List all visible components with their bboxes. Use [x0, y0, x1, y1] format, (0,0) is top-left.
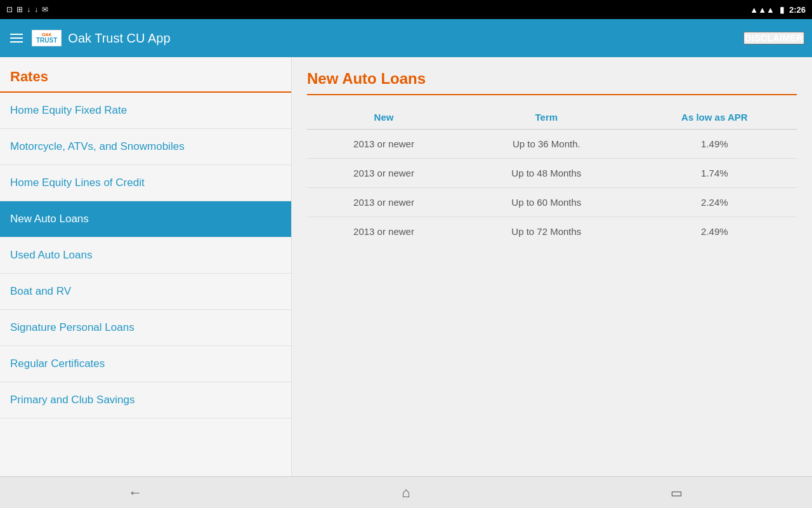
sidebar-item-home-equity-credit[interactable]: Home Equity Lines of Credit	[0, 165, 291, 201]
content-area: New Auto Loans New Term As low as APR 20…	[292, 57, 812, 476]
cell-apr-0: 1.49%	[632, 130, 797, 159]
app-bar: OAK TRUST Oak Trust CU App DISCLAIMER	[0, 19, 812, 57]
cell-term-3: Up to 72 Months	[461, 217, 632, 246]
hamburger-menu[interactable]	[8, 31, 25, 45]
hamburger-line2	[10, 37, 23, 39]
status-icons-right: ▲▲▲ ▮ 2:26	[750, 5, 806, 15]
sidebar-item-used-auto-loans[interactable]: Used Auto Loans	[0, 237, 291, 274]
cell-term-1: Up to 48 Months	[461, 159, 632, 188]
sidebar: Rates Home Equity Fixed Rate Motorcycle,…	[0, 57, 292, 476]
content-title: New Auto Loans	[307, 70, 797, 95]
col-header-term: Term	[461, 105, 632, 130]
cell-term-2: Up to 60 Months	[461, 188, 632, 217]
hamburger-line1	[10, 34, 23, 35]
cell-new-0: 2013 or newer	[307, 130, 461, 159]
cell-apr-2: 2.24%	[632, 188, 797, 217]
cell-new-3: 2013 or newer	[307, 217, 461, 246]
main-layout: Rates Home Equity Fixed Rate Motorcycle,…	[0, 57, 812, 476]
home-icon	[402, 485, 410, 501]
table-header-row: New Term As low as APR	[307, 105, 797, 130]
sidebar-section-title: Rates	[10, 69, 48, 84]
table-row: 2013 or newerUp to 48 Months1.74%	[307, 159, 797, 188]
image-icon: ⊞	[16, 5, 23, 14]
table-row: 2013 or newerUp to 36 Month.1.49%	[307, 130, 797, 159]
bottom-nav	[0, 476, 812, 508]
status-icons-left: ⊡ ⊞ ↓ ↓ ✉	[6, 5, 48, 14]
table-row: 2013 or newerUp to 72 Months2.49%	[307, 217, 797, 246]
back-icon	[128, 485, 142, 501]
app-logo: OAK TRUST	[32, 30, 62, 47]
app-title: Oak Trust CU App	[68, 31, 170, 46]
cell-new-1: 2013 or newer	[307, 159, 461, 188]
back-button[interactable]	[116, 481, 154, 504]
recents-icon	[671, 485, 683, 500]
col-header-apr: As low as APR	[632, 105, 797, 130]
screenshot-icon: ⊡	[6, 5, 13, 14]
download1-icon: ↓	[27, 5, 30, 14]
sidebar-item-primary-club-savings[interactable]: Primary and Club Savings	[0, 382, 291, 418]
cell-apr-3: 2.49%	[632, 217, 797, 246]
table-row: 2013 or newerUp to 60 Months2.24%	[307, 188, 797, 217]
home-button[interactable]	[387, 481, 425, 504]
sidebar-item-signature-personal[interactable]: Signature Personal Loans	[0, 310, 291, 346]
wifi-icon: ▲▲▲	[750, 5, 775, 15]
battery-icon: ▮	[780, 5, 784, 15]
clock: 2:26	[789, 5, 806, 15]
sidebar-header: Rates	[0, 57, 291, 93]
disclaimer-button[interactable]: DISCLAIMER	[743, 32, 804, 44]
app-bar-left: OAK TRUST Oak Trust CU App	[8, 30, 171, 47]
sidebar-item-regular-certificates[interactable]: Regular Certificates	[0, 346, 291, 382]
sidebar-item-new-auto-loans[interactable]: New Auto Loans	[0, 201, 291, 237]
hamburger-line3	[10, 41, 23, 43]
sidebar-item-home-equity-fixed[interactable]: Home Equity Fixed Rate	[0, 93, 291, 129]
recents-button[interactable]	[658, 481, 696, 504]
col-header-new: New	[307, 105, 461, 130]
mail-icon: ✉	[42, 5, 48, 14]
rates-table: New Term As low as APR 2013 or newerUp t…	[307, 105, 797, 246]
sidebar-item-motorcycle[interactable]: Motorcycle, ATVs, and Snowmobiles	[0, 129, 291, 165]
status-bar: ⊡ ⊞ ↓ ↓ ✉ ▲▲▲ ▮ 2:26	[0, 0, 812, 19]
cell-term-0: Up to 36 Month.	[461, 130, 632, 159]
download2-icon: ↓	[34, 5, 38, 14]
logo-trust: TRUST	[36, 37, 57, 44]
cell-new-2: 2013 or newer	[307, 188, 461, 217]
cell-apr-1: 1.74%	[632, 159, 797, 188]
logo-oak: OAK	[42, 32, 52, 37]
sidebar-item-boat-rv[interactable]: Boat and RV	[0, 274, 291, 310]
